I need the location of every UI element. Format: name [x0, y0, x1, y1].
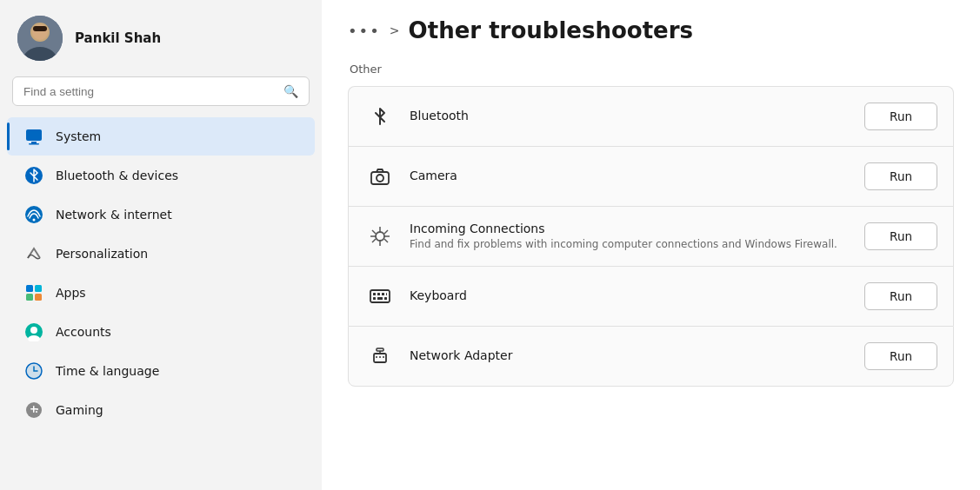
svg-rect-12	[35, 285, 42, 292]
item-name: Bluetooth	[410, 109, 850, 122]
sidebar-item-bluetooth[interactable]: Bluetooth & devices	[7, 156, 315, 195]
keyboard-run-button[interactable]: Run	[864, 282, 937, 310]
sidebar-item-gaming[interactable]: Gaming	[7, 391, 315, 429]
sidebar-item-label: Apps	[56, 286, 86, 300]
table-row: Bluetooth Run	[348, 86, 954, 146]
svg-rect-5	[26, 129, 42, 141]
item-name: Network Adapter	[410, 348, 850, 362]
item-name: Incoming Connections	[410, 222, 850, 235]
svg-rect-32	[386, 293, 387, 295]
search-input[interactable]	[23, 85, 277, 98]
troubleshooter-list: Bluetooth Run Camera Run	[348, 86, 954, 387]
profile-name: Pankil Shah	[75, 30, 161, 46]
svg-rect-34	[377, 297, 383, 300]
svg-rect-37	[377, 348, 383, 351]
svg-point-23	[37, 408, 38, 410]
camera-run-button[interactable]: Run	[864, 162, 937, 190]
avatar	[17, 16, 63, 61]
apps-icon	[24, 283, 43, 302]
incoming-connections-icon	[364, 221, 396, 252]
bluetooth-nav-icon	[24, 166, 43, 185]
sidebar-item-accounts[interactable]: Accounts	[7, 313, 315, 351]
search-box[interactable]: 🔍	[12, 76, 310, 106]
svg-rect-33	[373, 297, 376, 300]
sidebar-item-label: Personalization	[56, 247, 148, 261]
network-adapter-run-button[interactable]: Run	[864, 342, 937, 370]
sidebar-item-system[interactable]: System	[7, 117, 315, 156]
bluetooth-icon	[364, 101, 396, 132]
system-icon	[24, 127, 43, 146]
sidebar-item-label: Bluetooth & devices	[56, 169, 178, 182]
svg-rect-11	[26, 285, 33, 292]
sidebar-item-label: Time & language	[56, 364, 159, 378]
table-row: Network Adapter Run	[348, 326, 954, 387]
personalization-icon	[24, 244, 43, 263]
time-icon	[24, 361, 43, 381]
svg-point-27	[376, 232, 384, 241]
svg-point-16	[30, 327, 37, 334]
item-text: Network Adapter	[410, 348, 850, 364]
svg-rect-14	[35, 294, 42, 301]
section-label: Other	[348, 63, 954, 76]
profile-section[interactable]: Pankil Shah	[0, 0, 322, 73]
bluetooth-run-button[interactable]: Run	[864, 103, 937, 130]
accounts-icon	[24, 322, 43, 341]
item-desc: Find and fix problems with incoming comp…	[410, 237, 850, 252]
table-row: Keyboard Run	[348, 266, 954, 326]
item-name: Camera	[410, 169, 850, 182]
svg-rect-7	[29, 143, 39, 145]
item-text: Camera	[410, 169, 850, 184]
sidebar-item-time[interactable]: Time & language	[7, 352, 315, 390]
item-text: Incoming Connections Find and fix proble…	[410, 222, 850, 252]
sidebar-item-label: Gaming	[56, 403, 103, 417]
page-title: Other troubleshooters	[409, 17, 693, 43]
svg-point-10	[33, 219, 36, 222]
svg-rect-29	[373, 293, 376, 295]
svg-rect-13	[26, 294, 33, 301]
gaming-icon	[24, 401, 43, 420]
sidebar-item-label: System	[56, 129, 101, 143]
table-row: Camera Run	[348, 146, 954, 206]
table-row: Incoming Connections Find and fix proble…	[348, 206, 954, 266]
svg-point-26	[377, 175, 383, 182]
keyboard-icon	[364, 281, 396, 312]
incoming-connections-run-button[interactable]: Run	[864, 222, 937, 250]
search-icon: 🔍	[283, 84, 298, 98]
camera-icon	[364, 161, 396, 192]
svg-rect-28	[370, 290, 390, 302]
sidebar-item-apps[interactable]: Apps	[7, 274, 315, 312]
svg-rect-4	[33, 26, 47, 31]
svg-rect-30	[377, 293, 380, 295]
item-text: Keyboard	[410, 288, 850, 304]
main-content: ••• > Other troubleshooters Other Blueto…	[322, 0, 980, 490]
sidebar-item-label: Accounts	[56, 325, 111, 339]
item-text: Bluetooth	[410, 109, 850, 124]
svg-point-24	[36, 411, 37, 413]
page-header: ••• > Other troubleshooters	[348, 17, 954, 43]
network-nav-icon	[24, 205, 43, 224]
svg-rect-6	[31, 142, 37, 143]
item-name: Keyboard	[410, 288, 850, 302]
breadcrumb-dots[interactable]: •••	[348, 22, 381, 40]
svg-rect-22	[33, 406, 35, 413]
sidebar-item-network[interactable]: Network & internet	[7, 195, 315, 234]
sidebar: Pankil Shah 🔍 System Bluetooth	[0, 0, 322, 490]
sidebar-item-label: Network & internet	[56, 208, 172, 222]
nav-list: System Bluetooth & devices Network & i	[0, 115, 322, 490]
svg-rect-35	[384, 297, 387, 300]
svg-rect-31	[382, 293, 384, 295]
breadcrumb-arrow: >	[390, 23, 400, 37]
network-adapter-icon	[364, 341, 396, 372]
sidebar-item-personalization[interactable]: Personalization	[7, 235, 315, 273]
